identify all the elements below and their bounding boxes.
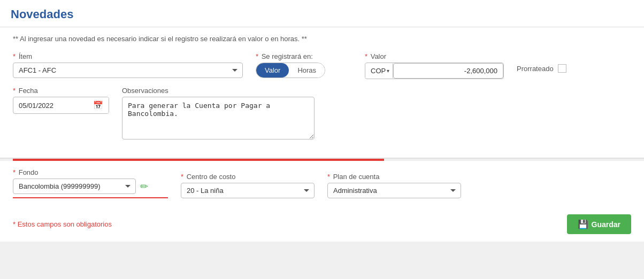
registra-group: * Se registrará en: Valor Horas: [256, 52, 352, 78]
fondo-group: * Fondo Bancolombia (999999999) ✏: [13, 168, 168, 198]
fondo-edit-btn[interactable]: ✏: [140, 181, 148, 192]
required-note: * Estos campos son obligatorios: [13, 220, 112, 228]
centro-costo-label: * Centro de costo: [181, 173, 315, 181]
item-select[interactable]: AFC1 - AFC: [13, 63, 243, 78]
plan-cuenta-select[interactable]: Administrativa: [327, 183, 461, 198]
plan-cuenta-group: * Plan de cuenta Administrativa: [327, 173, 461, 198]
fecha-label: * Fecha: [13, 87, 109, 95]
save-label: Guardar: [592, 220, 620, 229]
valor-group: * Valor COP ▾: [365, 52, 504, 79]
valor-input-group: COP ▾: [365, 63, 504, 79]
form-section: ** Al ingresar una novedad es necesario …: [0, 27, 644, 159]
fecha-input[interactable]: [13, 98, 88, 113]
currency-code: COP: [371, 67, 386, 75]
horas-toggle[interactable]: Horas: [289, 63, 325, 78]
page-title: Novedades: [11, 7, 633, 21]
item-group: * Ítem AFC1 - AFC: [13, 52, 243, 78]
fondo-label: * Fondo: [13, 168, 168, 176]
valor-input[interactable]: [393, 63, 503, 79]
observaciones-textarea[interactable]: [122, 97, 315, 140]
prorrateado-label: Prorrateado: [517, 65, 554, 73]
currency-chevron: ▾: [387, 68, 389, 74]
fondo-input-group: Bancolombia (999999999) ✏: [13, 179, 168, 194]
fondo-row: * Fondo Bancolombia (999999999) ✏ *: [13, 168, 631, 198]
header-section: Novedades: [0, 0, 644, 27]
save-button[interactable]: 💾 Guardar: [567, 214, 631, 234]
observaciones-label: Observaciones: [122, 87, 315, 95]
centro-costo-group: * Centro de costo 20 - La niña: [181, 173, 315, 198]
registra-label: * Se registrará en:: [256, 52, 352, 60]
edit-icon: ✏: [140, 181, 148, 192]
plan-cuenta-label: * Plan de cuenta: [327, 173, 461, 181]
valor-toggle[interactable]: Valor: [256, 63, 289, 78]
date-input-group: 📅: [13, 97, 109, 114]
toggle-group: Valor Horas: [256, 63, 325, 78]
info-text: ** Al ingresar una novedad es necesario …: [13, 35, 631, 43]
currency-selector[interactable]: COP ▾: [365, 64, 393, 78]
save-icon: 💾: [578, 219, 588, 229]
calendar-icon-btn[interactable]: 📅: [88, 97, 109, 113]
fecha-group: * Fecha 📅: [13, 87, 109, 114]
centro-costo-select[interactable]: 20 - La niña: [181, 183, 315, 198]
prorrateado-group: Prorrateado: [517, 64, 566, 73]
form-row-2: * Fecha 📅 Observaciones: [13, 87, 631, 140]
observaciones-group: Observaciones: [122, 87, 315, 140]
fondo-select[interactable]: Bancolombia (999999999): [13, 179, 136, 194]
prorrateado-checkbox[interactable]: [558, 64, 566, 73]
page-container: Novedades ** Al ingresar una novedad es …: [0, 0, 644, 279]
calendar-icon: 📅: [93, 100, 103, 110]
fondo-underline: [13, 197, 168, 198]
bottom-section: * Fondo Bancolombia (999999999) ✏ *: [0, 161, 644, 209]
item-label: * Ítem: [13, 52, 243, 60]
form-row-1: * Ítem AFC1 - AFC * Se registrará en: Va…: [13, 52, 631, 79]
valor-label: * Valor: [365, 52, 504, 60]
footer-row: * Estos campos son obligatorios 💾 Guarda…: [0, 209, 644, 242]
